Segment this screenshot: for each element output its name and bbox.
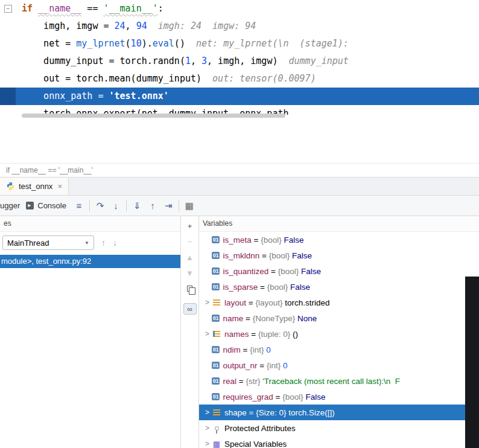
variable-row[interactable]: 01is_quantized = {bool} False — [199, 263, 479, 279]
variable-type: {NoneType} — [253, 314, 297, 323]
variable-type: {bool} — [278, 267, 301, 276]
step-into-icon[interactable]: ↓ — [109, 200, 122, 211]
move-down-icon[interactable]: ▼ — [185, 268, 195, 278]
console-tab-label: Console — [37, 201, 66, 210]
expand-chevron-icon[interactable]: > — [203, 424, 212, 432]
code-token: ( — [125, 38, 131, 49]
step-out-icon[interactable]: ↑ — [146, 200, 159, 211]
tab-test-onnx[interactable]: test_onnx × — [0, 178, 69, 195]
chevron-down-icon: ▼ — [84, 240, 89, 246]
close-tab-icon[interactable]: × — [57, 182, 62, 191]
variable-type: {bool} — [269, 251, 292, 260]
variable-name: output_nr — [223, 361, 257, 370]
code-token: , — [191, 56, 201, 66]
variables-scrollbar[interactable] — [465, 277, 479, 448]
variable-value: False — [284, 235, 303, 245]
expand-chevron-icon[interactable]: > — [203, 330, 212, 338]
code-editor[interactable]: −if __name__ == '__main__':imgh, imgw = … — [0, 0, 479, 163]
frames-header: es — [0, 216, 180, 232]
show-watches-icon[interactable]: ∞ — [183, 303, 197, 315]
equals-sign: = — [241, 345, 250, 354]
variable-row[interactable]: >names = {tuple: 0} () — [199, 326, 479, 342]
force-step-into-icon[interactable]: ⇓ — [130, 200, 144, 211]
breadcrumb[interactable]: if __name__ == '__main__' — [0, 163, 479, 177]
variable-row[interactable]: 01ndim = {int} 0 — [199, 342, 479, 357]
code-lines: −if __name__ == '__main__':imgh, imgw = … — [0, 0, 479, 115]
scrollbar-thumb[interactable] — [22, 114, 285, 118]
code-token: net: my_lprnet(\n (stage1): — [185, 38, 349, 49]
variable-type: {int} — [250, 345, 266, 354]
variable-name: layout — [224, 298, 246, 307]
variable-row[interactable]: >shape = {Size: 0} torch.Size([]) — [199, 405, 479, 420]
code-token: out = torch.mean(dummy_input) — [43, 73, 201, 84]
variable-row[interactable]: 01is_meta = {bool} False — [199, 232, 479, 248]
variable-row[interactable]: 01output_nr = {int} 0 — [199, 357, 479, 373]
equals-sign: = — [252, 235, 261, 245]
variable-value: 0 — [266, 345, 271, 354]
code-line[interactable]: dummy_input = torch.randn(1, 3, imgh, im… — [0, 53, 479, 70]
variable-value: torch.strided — [285, 298, 329, 307]
variable-name: is_sparse — [223, 283, 258, 292]
view-breakpoints-icon[interactable]: ▦ — [183, 200, 196, 211]
variable-name: is_meta — [223, 235, 251, 245]
editor-horizontal-scrollbar[interactable] — [0, 112, 479, 118]
stack-frame-item[interactable]: module>, test_onnx.py:92 — [0, 255, 180, 268]
move-up-icon[interactable]: ▲ — [185, 252, 195, 262]
console-icon — [26, 202, 34, 210]
code-token: 94 — [136, 21, 147, 31]
variable-row[interactable]: >▦Special Variables — [199, 436, 479, 448]
code-line[interactable]: onnx_path = 'test.onnx' — [0, 88, 479, 105]
expand-chevron-icon[interactable]: > — [203, 440, 212, 448]
variable-row[interactable]: >Protected Attributes — [199, 420, 479, 436]
variable-row[interactable]: 01real = {str} 'Traceback (most recent c… — [199, 373, 479, 389]
copy-icon[interactable] — [185, 284, 195, 293]
thread-selector[interactable]: MainThread ▼ — [2, 235, 94, 250]
code-line-text: out = torch.mean(dummy_input) out: tenso… — [43, 70, 316, 88]
tab-console[interactable]: Console — [26, 201, 66, 210]
variable-row[interactable]: 01requires_grad = {bool} False — [199, 389, 479, 405]
code-line[interactable]: out = torch.mean(dummy_input) out: tenso… — [0, 70, 479, 88]
toolbar-separator — [179, 200, 179, 211]
code-line-text: onnx_path = 'test.onnx' — [43, 88, 169, 105]
remove-watch-icon[interactable]: − — [185, 237, 195, 246]
equals-sign: = — [258, 283, 267, 292]
variable-row[interactable]: 01name = {NoneType} None — [199, 310, 479, 326]
equals-sign: = — [246, 298, 255, 307]
settings-lines-icon[interactable]: ≡ — [72, 200, 86, 211]
breadcrumb-scope[interactable]: if __name__ == '__main__' — [6, 166, 93, 174]
list-icon — [212, 299, 221, 306]
primitive-icon: 01 — [212, 393, 220, 400]
primitive-icon: 01 — [212, 267, 220, 275]
numlist-icon — [212, 331, 221, 337]
chevron-spacer — [203, 235, 212, 244]
frame-up-icon[interactable]: ↑ — [101, 238, 106, 248]
variable-row[interactable]: 01is_mkldnn = {bool} False — [199, 248, 479, 263]
variable-row[interactable]: 01is_sparse = {bool} False — [199, 279, 479, 295]
expand-chevron-icon[interactable]: > — [203, 298, 212, 307]
variable-value: None — [297, 314, 317, 323]
variable-name: name — [223, 314, 243, 323]
code-line[interactable]: −if __name__ == '__main__': — [0, 0, 479, 18]
code-line-text: if __name__ == '__main__': — [22, 0, 163, 18]
code-line[interactable]: net = my_lprnet(10).eval() net: my_lprne… — [0, 35, 479, 53]
variables-header: Variables — [199, 216, 479, 232]
step-over-icon[interactable]: ↷ — [94, 200, 107, 211]
variable-row[interactable]: >layout = {layout} torch.strided — [199, 295, 479, 310]
code-token: , — [125, 21, 136, 31]
run-to-cursor-icon[interactable]: ⇥ — [162, 200, 175, 211]
code-line-text: imgh, imgw = 24, 94 imgh: 24 imgw: 94 — [43, 18, 256, 35]
code-token: onnx_path = — [43, 91, 109, 101]
variable-name: real — [223, 377, 236, 386]
primitive-icon: 01 — [212, 377, 220, 385]
fold-collapse-icon[interactable]: − — [4, 5, 12, 13]
tab-debugger[interactable]: ugger — [0, 201, 20, 210]
chevron-spacer — [203, 251, 212, 260]
variable-type: {layout} — [255, 298, 285, 307]
expand-chevron-icon[interactable]: > — [203, 408, 212, 417]
frame-down-icon[interactable]: ↓ — [113, 238, 117, 248]
debug-step-actions: ≡↷↓⇓↑⇥▦ — [72, 200, 196, 211]
code-token: == — [81, 3, 103, 14]
add-watch-icon[interactable]: + — [185, 221, 195, 231]
variable-type: {bool} — [282, 392, 305, 402]
code-line[interactable]: imgh, imgw = 24, 94 imgh: 24 imgw: 94 — [0, 18, 479, 35]
